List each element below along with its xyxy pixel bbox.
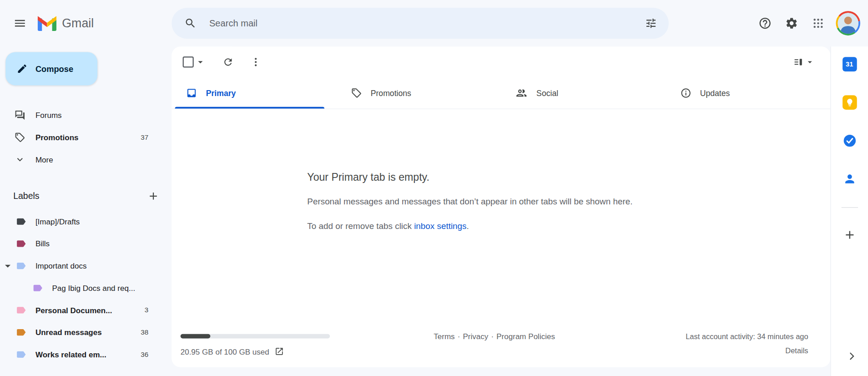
sidebar-item-label: Forums [35,111,62,119]
forum-icon [15,110,25,121]
label-name: Pag Ibig Docs and req... [52,284,135,292]
mail-content-card: Primary Promotions Social Updates [172,46,830,367]
tab-primary[interactable]: Primary [172,77,336,108]
action-prefix: To add or remove tabs click [307,221,414,231]
details-link[interactable]: Details [785,347,808,355]
keep-button[interactable] [838,91,861,114]
gmail-logo[interactable]: Gmail [38,16,94,31]
settings-button[interactable] [778,10,805,36]
contacts-person-icon [843,172,856,185]
apps-grid-icon [812,17,824,30]
contacts-button[interactable] [838,168,861,190]
open-in-new-icon[interactable] [275,347,284,356]
compose-label: Compose [35,64,73,74]
inbox-icon [186,87,197,98]
storage-usage: 20.95 GB of 100 GB used [181,347,284,356]
tasks-check-icon [842,133,857,148]
program-policies-link[interactable]: Program Policies [496,332,555,340]
gmail-m-icon [38,16,56,31]
select-dropdown-icon[interactable] [195,56,206,67]
select-all-checkbox[interactable] [183,56,194,67]
calendar-icon: 31 [842,57,857,71]
privacy-link[interactable]: Privacy [463,332,489,340]
label-name: Works related em... [35,350,106,359]
top-actions [752,10,860,36]
chevron-down-icon [805,57,815,67]
label-item-personal-documents[interactable]: Personal Documen... 3 [0,299,155,321]
right-side-panel: 31 [830,46,868,376]
side-panel-divider [841,207,858,208]
refresh-button[interactable] [222,56,233,67]
unread-count: 37 [141,133,148,141]
app-title: Gmail [62,16,94,30]
search-button[interactable] [177,10,203,36]
label-item-pag-ibig-docs[interactable]: Pag Ibig Docs and req... [0,277,155,299]
google-apps-button[interactable] [805,10,831,36]
label-color-icon [15,260,26,271]
chevron-right-icon [846,350,858,362]
label-color-icon [15,216,26,227]
empty-state-title: Your Primary tab is empty. [307,171,808,183]
help-icon [758,17,772,30]
label-name: Personal Documen... [35,306,112,315]
calendar-button[interactable]: 31 [838,53,861,76]
compose-button[interactable]: Compose [5,52,97,85]
label-item-imap-drafts[interactable]: [Imap]/Drafts [0,210,155,233]
sidebar-item-more[interactable]: More [0,150,155,170]
main-menu-button[interactable] [7,10,33,36]
label-name: Bills [35,239,50,248]
tab-social[interactable]: Social [501,77,666,108]
search-options-button[interactable] [638,10,664,36]
label-name: [Imap]/Drafts [35,217,80,226]
search-input[interactable] [208,17,638,29]
add-addon-button[interactable] [838,224,861,246]
keep-lightbulb-icon [842,95,857,110]
tab-label: Social [536,89,558,97]
top-bar: Gmail [0,0,868,46]
tab-label: Promotions [371,89,411,97]
mail-toolbar [172,46,830,77]
label-item-important-docs[interactable]: Important docs [0,255,155,277]
label-name: Important docs [35,261,87,270]
tab-updates[interactable]: Updates [666,77,830,108]
people-icon [515,87,528,99]
tag-icon [351,87,362,98]
label-color-icon [15,327,26,338]
hamburger-icon [13,17,26,30]
sidebar-item-forums[interactable]: Forums [0,105,155,125]
tasks-button[interactable] [838,130,861,152]
collapse-side-panel-button[interactable] [839,343,865,369]
plus-icon [843,228,856,241]
more-options-button[interactable] [250,56,261,67]
add-label-button[interactable] [147,190,160,202]
last-account-activity: Last account activity: 34 minutes ago [686,332,808,340]
sidebar-item-label: Promotions [35,133,79,142]
inbox-settings-link[interactable]: inbox settings [414,221,466,231]
gear-icon [785,17,798,30]
terms-link[interactable]: Terms [434,332,454,340]
label-color-icon [15,305,26,315]
label-item-bills[interactable]: Bills [0,233,155,255]
inbox-tabs: Primary Promotions Social Updates [172,77,830,109]
search-icon [184,17,197,30]
help-button[interactable] [752,10,778,36]
label-item-unread-messages[interactable]: Unread messages 38 [0,321,155,344]
sidebar-item-promotions[interactable]: Promotions 37 [0,127,155,147]
label-item-works-related[interactable]: Works related em... 36 [0,343,155,366]
search-bar[interactable] [172,8,669,39]
expand-arrow-icon[interactable] [1,259,14,272]
sidebar-nav: Forums Promotions 37 More [0,105,155,172]
reading-pane-toggle[interactable] [793,56,815,67]
tune-icon [645,17,657,30]
left-sidebar: Compose Forums Promotions 37 More [0,46,172,376]
action-suffix: . [467,221,469,231]
unread-count: 3 [145,306,148,314]
tab-label: Primary [206,89,236,97]
chevron-down-icon [15,154,25,165]
tab-promotions[interactable]: Promotions [336,77,501,108]
account-avatar[interactable] [836,11,860,36]
info-icon [680,87,691,98]
split-view-icon [793,56,804,67]
gmail-app: Gmail [0,0,868,376]
empty-state-action: To add or remove tabs click inbox settin… [307,221,808,231]
